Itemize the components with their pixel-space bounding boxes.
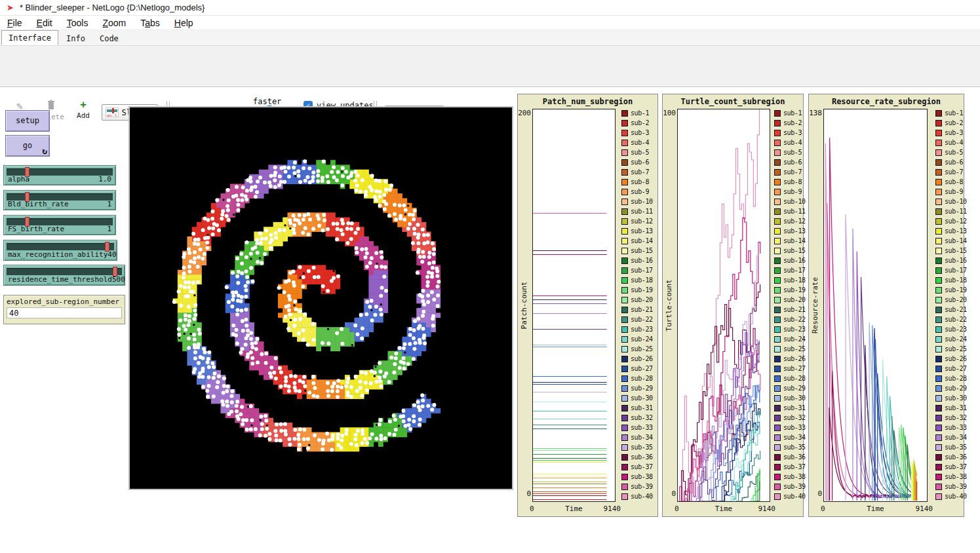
legend-item: sub-2: [774, 118, 813, 128]
legend-swatch: [774, 307, 781, 313]
legend-label: sub-1: [631, 109, 649, 117]
legend-label: sub-5: [945, 149, 963, 156]
legend-label: sub-36: [945, 453, 967, 461]
legend-swatch: [621, 425, 628, 431]
legend-swatch: [621, 110, 628, 117]
legend-swatch: [935, 346, 942, 353]
toolbar: ✎ Edit Delete + Add abc 5 Slider ▾ faste…: [0, 46, 980, 87]
legend-label: sub-19: [631, 286, 653, 294]
legend-label: sub-7: [631, 168, 649, 176]
legend-swatch: [774, 287, 781, 294]
y-axis-max-label: 200: [518, 109, 531, 117]
legend-label: sub-21: [631, 306, 653, 313]
tab-code[interactable]: Code: [93, 31, 125, 45]
legend-label: sub-37: [631, 463, 653, 470]
legend-swatch: [935, 484, 942, 490]
legend-label: sub-5: [783, 149, 802, 156]
world-view-canvas: [130, 107, 512, 489]
legend-label: sub-19: [783, 286, 806, 294]
legend-swatch: [774, 277, 781, 284]
legend-item: sub-39: [621, 482, 661, 491]
legend-label: sub-28: [631, 375, 653, 382]
menu-item-edit[interactable]: Edit: [29, 17, 60, 29]
legend-swatch: [774, 110, 781, 117]
legend-label: sub-22: [631, 316, 653, 323]
legend-label: sub-1: [783, 109, 802, 117]
legend-label: sub-18: [631, 276, 653, 284]
legend-item: sub-36: [935, 452, 975, 462]
legend-item: sub-22: [935, 315, 975, 324]
legend-swatch: [774, 415, 781, 421]
legend-label: sub-6: [783, 159, 802, 166]
slider-fs-birth-rate[interactable]: FS_birth_rate1: [3, 215, 116, 235]
legend-swatch: [935, 415, 942, 421]
legend-item: sub-21: [935, 305, 975, 315]
menu-item-help[interactable]: Help: [167, 17, 201, 29]
legend-label: sub-34: [945, 434, 967, 441]
menu-item-zoom[interactable]: Zoom: [95, 17, 133, 29]
legend-swatch: [621, 238, 628, 244]
legend-item: sub-20: [935, 295, 975, 305]
tab-interface[interactable]: Interface: [1, 30, 58, 45]
menu-item-tools[interactable]: Tools: [60, 17, 96, 29]
legend-label: sub-31: [631, 404, 653, 411]
legend-swatch: [774, 218, 781, 225]
legend-item: sub-26: [621, 354, 661, 364]
legend-label: sub-20: [945, 296, 967, 303]
legend-label: sub-11: [945, 208, 967, 215]
legend-swatch: [774, 130, 781, 136]
legend-swatch: [935, 307, 942, 313]
legend-label: sub-24: [945, 335, 967, 343]
legend-swatch: [935, 218, 942, 225]
legend-item: sub-8: [774, 177, 813, 187]
legend-label: sub-15: [945, 247, 967, 254]
legend-item: sub-37: [621, 462, 661, 472]
forever-icon: ↻: [42, 147, 47, 155]
legend-swatch: [621, 484, 628, 490]
tab-info[interactable]: Info: [60, 31, 92, 45]
slider-residence-time-threshold[interactable]: residence_time_threshold500: [3, 265, 125, 286]
legend-item: sub-19: [774, 285, 813, 295]
legend-swatch: [935, 385, 942, 392]
legend-swatch: [935, 356, 942, 362]
legend-item: sub-35: [774, 442, 813, 452]
y-axis-min-label: 0: [663, 489, 676, 498]
legend-swatch: [935, 199, 942, 205]
plot-area: [677, 109, 770, 502]
legend-swatch: [621, 375, 628, 382]
plot-legend: sub-1sub-2sub-3sub-4sub-5sub-6sub-7sub-8…: [935, 108, 975, 501]
legend-label: sub-19: [945, 286, 967, 294]
legend-swatch: [774, 425, 781, 431]
add-widget-button[interactable]: + Add: [72, 98, 94, 120]
legend-label: sub-9: [945, 188, 963, 195]
slider-max-recognition-ability[interactable]: max_recognition_ability40: [3, 240, 117, 261]
speed-faster-label: faster: [253, 97, 281, 106]
legend-label: sub-23: [631, 326, 653, 333]
legend-swatch: [935, 493, 942, 500]
legend-swatch: [935, 189, 942, 195]
legend-item: sub-24: [621, 334, 661, 344]
legend-label: sub-33: [631, 424, 653, 431]
legend-item: sub-7: [935, 167, 975, 177]
setup-button[interactable]: setup: [5, 110, 50, 132]
legend-label: sub-16: [945, 257, 967, 264]
legend-label: sub-3: [783, 129, 802, 136]
legend-label: sub-21: [945, 306, 967, 313]
menu-item-file[interactable]: File: [0, 17, 29, 29]
legend-item: sub-4: [774, 138, 813, 147]
legend-swatch: [935, 326, 942, 333]
legend-item: sub-26: [774, 354, 813, 364]
go-button[interactable]: go ↻: [5, 135, 50, 157]
slider-bld-birth-rate[interactable]: Bld_birth_rate1: [3, 190, 116, 210]
legend-item: sub-2: [621, 118, 661, 128]
legend-swatch: [935, 366, 942, 372]
legend-item: sub-17: [621, 265, 661, 275]
legend-item: sub-34: [774, 432, 813, 442]
legend-label: sub-30: [631, 394, 653, 402]
legend-item: sub-28: [774, 373, 813, 383]
legend-label: sub-31: [783, 404, 806, 411]
slider-alpha[interactable]: alpha1.0: [3, 165, 116, 185]
legend-label: sub-33: [783, 424, 806, 431]
legend-label: sub-32: [631, 414, 653, 421]
menu-item-tabs[interactable]: Tabs: [133, 17, 167, 29]
